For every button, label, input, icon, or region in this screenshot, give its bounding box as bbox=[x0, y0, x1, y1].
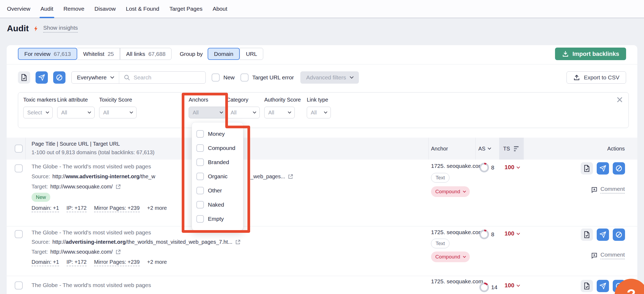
divider bbox=[25, 138, 26, 160]
group-by-toggle: Domain URL bbox=[208, 48, 263, 60]
anchors-option-naked[interactable]: Naked bbox=[192, 198, 243, 212]
nav-item-overview[interactable]: Overview bbox=[7, 0, 30, 18]
import-backlinks-button[interactable]: Import backlinks bbox=[555, 48, 626, 60]
as-donut-chart bbox=[479, 283, 489, 292]
advanced-filters-button[interactable]: Advanced filters bbox=[300, 71, 359, 84]
tab-all-links[interactable]: All links 67,688 bbox=[120, 48, 172, 60]
filter-category: Category All bbox=[227, 97, 260, 118]
export-csv-button[interactable]: Export to CSV bbox=[567, 71, 626, 84]
naked-checkbox[interactable] bbox=[196, 201, 204, 208]
branded-checkbox[interactable] bbox=[196, 158, 204, 166]
nav-item-lost-found[interactable]: Lost & Found bbox=[126, 0, 159, 18]
toxic-markers-select[interactable]: Select bbox=[23, 107, 53, 118]
column-header-as[interactable]: AS bbox=[478, 146, 491, 152]
anchors-option-organic[interactable]: Organic bbox=[192, 169, 243, 183]
anchors-option-compound[interactable]: Compound bbox=[192, 141, 243, 155]
target-url-error-filter[interactable]: Target URL error bbox=[240, 74, 294, 82]
chevron-down-icon bbox=[463, 189, 466, 192]
target-url-error-checkbox[interactable] bbox=[240, 74, 249, 82]
nav-item-remove[interactable]: Remove bbox=[63, 0, 84, 18]
anchor-category-chip[interactable]: Compound bbox=[431, 252, 470, 262]
ip-meta-link[interactable]: IP: +172 bbox=[67, 205, 87, 212]
external-link-icon[interactable] bbox=[235, 239, 241, 245]
toxicity-score-cell[interactable]: 100 bbox=[505, 230, 519, 237]
keep-button[interactable] bbox=[581, 280, 593, 292]
column-header-ts[interactable]: TS bbox=[503, 146, 519, 152]
link-attribute-select[interactable]: All bbox=[57, 107, 95, 118]
category-select[interactable]: All bbox=[227, 107, 260, 118]
anchors-option-empty[interactable]: Empty bbox=[192, 212, 243, 226]
anchors-option-money[interactable]: Money bbox=[192, 127, 243, 141]
column-header-actions: Actions bbox=[607, 146, 625, 152]
toxicity-score-cell[interactable]: 100 bbox=[505, 164, 519, 171]
search-input[interactable] bbox=[134, 74, 203, 81]
link-type-select[interactable]: All bbox=[307, 107, 331, 118]
empty-checkbox[interactable] bbox=[196, 215, 204, 223]
more-meta-link[interactable]: +2 more bbox=[147, 205, 167, 212]
comment-plus-icon bbox=[591, 186, 598, 193]
row-checkbox[interactable] bbox=[15, 230, 23, 238]
backlink-audit-page: Overview Audit Remove Disavow Lost & Fou… bbox=[0, 0, 644, 294]
column-header-anchor: Anchor bbox=[431, 146, 448, 152]
send-to-disavow-button[interactable] bbox=[613, 162, 625, 175]
nav-item-about[interactable]: About bbox=[213, 0, 227, 18]
new-checkbox[interactable] bbox=[212, 74, 220, 82]
organic-checkbox[interactable] bbox=[196, 173, 204, 180]
group-by-domain[interactable]: Domain bbox=[208, 48, 240, 60]
nav-item-disavow[interactable]: Disavow bbox=[95, 0, 116, 18]
toxicity-score-cell[interactable]: 100 bbox=[505, 282, 519, 289]
external-link-icon[interactable] bbox=[115, 249, 121, 255]
row-checkbox[interactable] bbox=[15, 281, 23, 289]
tab-whitelist[interactable]: Whitelist 25 bbox=[77, 48, 120, 60]
comment-plus-icon bbox=[591, 252, 598, 259]
authority-score-select[interactable]: All bbox=[264, 107, 295, 118]
money-checkbox[interactable] bbox=[196, 130, 204, 138]
comment-link[interactable]: Comment bbox=[591, 252, 625, 259]
move-to-remove-button[interactable] bbox=[36, 71, 48, 84]
send-icon bbox=[599, 283, 606, 289]
close-filters-button[interactable] bbox=[616, 96, 623, 104]
anchors-option-other[interactable]: Other bbox=[192, 183, 243, 198]
compound-checkbox[interactable] bbox=[196, 144, 204, 152]
group-by-url[interactable]: URL bbox=[240, 48, 263, 60]
external-link-icon[interactable] bbox=[115, 184, 121, 190]
move-to-review-button[interactable] bbox=[18, 71, 30, 84]
external-link-icon[interactable] bbox=[288, 174, 293, 180]
move-to-disavow-button[interactable] bbox=[53, 71, 65, 84]
anchors-option-branded[interactable]: Branded bbox=[192, 155, 243, 169]
row-target-url: Target: http://www.seoquake.com/ bbox=[32, 249, 121, 255]
anchor-category-chip[interactable]: Compound bbox=[431, 186, 470, 197]
new-filter[interactable]: New bbox=[212, 74, 235, 82]
comment-link[interactable]: Comment bbox=[591, 186, 625, 194]
select-all-checkbox[interactable] bbox=[15, 145, 23, 153]
nav-item-target-pages[interactable]: Target Pages bbox=[169, 0, 203, 18]
domain-meta-link[interactable]: Domain: +1 bbox=[32, 205, 59, 212]
mirror-pages-meta-link[interactable]: Mirror Pages: +239 bbox=[94, 205, 140, 212]
other-checkbox[interactable] bbox=[196, 187, 204, 194]
more-meta-link[interactable]: +2 more bbox=[147, 259, 167, 266]
send-to-disavow-button[interactable] bbox=[613, 229, 625, 241]
link-kind-chip: Text bbox=[431, 239, 449, 248]
send-to-remove-button[interactable] bbox=[597, 280, 609, 292]
authority-score-cell: 14 bbox=[479, 283, 497, 292]
domain-meta-link[interactable]: Domain: +1 bbox=[32, 259, 59, 266]
upload-icon bbox=[573, 74, 580, 81]
show-insights-link[interactable]: Show insights bbox=[43, 25, 78, 33]
authority-score-cell: 8 bbox=[479, 163, 494, 172]
ip-meta-link[interactable]: IP: +172 bbox=[67, 259, 87, 266]
toxicity-score-select[interactable]: All bbox=[99, 107, 137, 118]
table-header: Page Title | Source URL | Target URL 1-1… bbox=[7, 138, 637, 160]
keep-button[interactable] bbox=[581, 229, 593, 241]
mirror-pages-meta-link[interactable]: Mirror Pages: +239 bbox=[94, 259, 140, 266]
anchors-select[interactable]: All bbox=[189, 107, 227, 118]
as-donut-chart bbox=[479, 163, 489, 172]
as-donut-chart bbox=[479, 230, 489, 239]
row-checkbox[interactable] bbox=[15, 164, 23, 172]
scope-dropdown[interactable]: Everywhere bbox=[72, 74, 119, 81]
row-page-title: The Globe - The world's most visited web… bbox=[32, 229, 151, 236]
nav-item-audit[interactable]: Audit bbox=[41, 0, 53, 18]
send-to-remove-button[interactable] bbox=[597, 229, 609, 241]
tab-for-review[interactable]: For review 67,613 bbox=[18, 48, 77, 60]
send-to-remove-button[interactable] bbox=[597, 162, 609, 175]
keep-button[interactable] bbox=[581, 162, 593, 175]
